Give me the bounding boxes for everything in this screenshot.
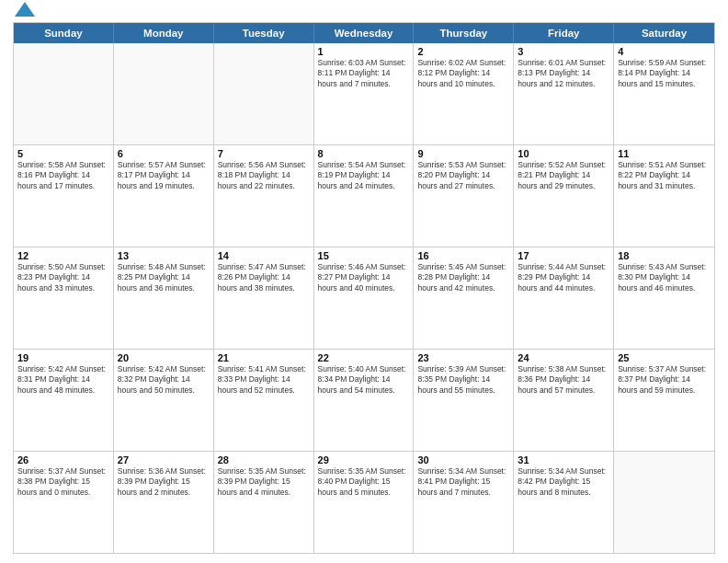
day-cell-20: 20Sunrise: 5:42 AM Sunset: 8:32 PM Dayli… bbox=[114, 350, 214, 451]
day-number: 18 bbox=[618, 250, 711, 261]
weekday-header-tuesday: Tuesday bbox=[214, 23, 314, 43]
weekday-header-saturday: Saturday bbox=[614, 23, 714, 43]
day-number: 23 bbox=[417, 352, 509, 363]
day-number: 13 bbox=[118, 250, 210, 261]
day-cell-7: 7Sunrise: 5:56 AM Sunset: 8:18 PM Daylig… bbox=[214, 145, 314, 247]
weekday-header-thursday: Thursday bbox=[414, 23, 514, 43]
day-info: Sunrise: 6:02 AM Sunset: 8:12 PM Dayligh… bbox=[417, 58, 509, 89]
day-number: 22 bbox=[318, 352, 410, 363]
day-info: Sunrise: 5:40 AM Sunset: 8:34 PM Dayligh… bbox=[318, 364, 410, 396]
day-cell-8: 8Sunrise: 5:54 AM Sunset: 8:19 PM Daylig… bbox=[314, 145, 415, 247]
logo-icon bbox=[15, 2, 35, 17]
day-cell-10: 10Sunrise: 5:52 AM Sunset: 8:21 PM Dayli… bbox=[514, 145, 614, 247]
day-cell-19: 19Sunrise: 5:42 AM Sunset: 8:31 PM Dayli… bbox=[14, 350, 114, 451]
day-cell-21: 21Sunrise: 5:41 AM Sunset: 8:33 PM Dayli… bbox=[214, 350, 314, 451]
day-cell-15: 15Sunrise: 5:46 AM Sunset: 8:27 PM Dayli… bbox=[314, 247, 415, 349]
day-info: Sunrise: 5:34 AM Sunset: 8:42 PM Dayligh… bbox=[518, 466, 609, 498]
empty-cell bbox=[214, 43, 314, 144]
day-cell-18: 18Sunrise: 5:43 AM Sunset: 8:30 PM Dayli… bbox=[614, 247, 714, 349]
day-info: Sunrise: 5:54 AM Sunset: 8:19 PM Dayligh… bbox=[318, 160, 410, 191]
day-info: Sunrise: 5:46 AM Sunset: 8:27 PM Dayligh… bbox=[318, 262, 410, 293]
day-cell-24: 24Sunrise: 5:38 AM Sunset: 8:36 PM Dayli… bbox=[514, 350, 614, 451]
day-info: Sunrise: 5:42 AM Sunset: 8:32 PM Dayligh… bbox=[118, 364, 210, 396]
day-number: 28 bbox=[218, 454, 310, 465]
day-cell-26: 26Sunrise: 5:37 AM Sunset: 8:38 PM Dayli… bbox=[14, 452, 114, 553]
day-number: 7 bbox=[218, 148, 310, 159]
day-cell-12: 12Sunrise: 5:50 AM Sunset: 8:23 PM Dayli… bbox=[14, 247, 114, 349]
day-info: Sunrise: 5:35 AM Sunset: 8:40 PM Dayligh… bbox=[318, 466, 410, 498]
empty-cell bbox=[14, 43, 114, 144]
day-info: Sunrise: 5:37 AM Sunset: 8:38 PM Dayligh… bbox=[17, 466, 109, 498]
page: SundayMondayTuesdayWednesdayThursdayFrid… bbox=[0, 0, 728, 563]
empty-cell bbox=[114, 43, 214, 144]
day-number: 8 bbox=[318, 148, 410, 159]
day-number: 2 bbox=[417, 46, 509, 57]
day-number: 6 bbox=[118, 148, 210, 159]
calendar-body: 1Sunrise: 6:03 AM Sunset: 8:11 PM Daylig… bbox=[14, 43, 714, 553]
day-cell-1: 1Sunrise: 6:03 AM Sunset: 8:11 PM Daylig… bbox=[314, 43, 415, 144]
day-number: 27 bbox=[118, 454, 210, 465]
day-number: 21 bbox=[218, 352, 310, 363]
day-cell-5: 5Sunrise: 5:58 AM Sunset: 8:16 PM Daylig… bbox=[14, 145, 114, 247]
day-info: Sunrise: 5:39 AM Sunset: 8:35 PM Dayligh… bbox=[417, 364, 509, 396]
day-number: 1 bbox=[318, 46, 410, 57]
empty-cell bbox=[614, 452, 714, 553]
day-number: 5 bbox=[17, 148, 109, 159]
calendar-header: SundayMondayTuesdayWednesdayThursdayFrid… bbox=[14, 23, 714, 43]
calendar-row-2: 12Sunrise: 5:50 AM Sunset: 8:23 PM Dayli… bbox=[14, 247, 714, 350]
day-info: Sunrise: 5:56 AM Sunset: 8:18 PM Dayligh… bbox=[218, 160, 310, 191]
day-info: Sunrise: 5:38 AM Sunset: 8:36 PM Dayligh… bbox=[518, 364, 609, 396]
day-info: Sunrise: 5:57 AM Sunset: 8:17 PM Dayligh… bbox=[118, 160, 210, 191]
day-info: Sunrise: 5:50 AM Sunset: 8:23 PM Dayligh… bbox=[17, 262, 109, 293]
svg-marker-0 bbox=[15, 2, 35, 17]
day-number: 4 bbox=[618, 46, 711, 57]
weekday-header-friday: Friday bbox=[514, 23, 614, 43]
day-number: 15 bbox=[318, 250, 410, 261]
day-number: 14 bbox=[218, 250, 310, 261]
day-cell-23: 23Sunrise: 5:39 AM Sunset: 8:35 PM Dayli… bbox=[414, 350, 514, 451]
day-cell-17: 17Sunrise: 5:44 AM Sunset: 8:29 PM Dayli… bbox=[514, 247, 614, 349]
day-cell-3: 3Sunrise: 6:01 AM Sunset: 8:13 PM Daylig… bbox=[514, 43, 614, 144]
day-info: Sunrise: 5:42 AM Sunset: 8:31 PM Dayligh… bbox=[17, 364, 109, 396]
day-cell-28: 28Sunrise: 5:35 AM Sunset: 8:39 PM Dayli… bbox=[214, 452, 314, 553]
day-info: Sunrise: 5:48 AM Sunset: 8:25 PM Dayligh… bbox=[118, 262, 210, 293]
day-info: Sunrise: 5:52 AM Sunset: 8:21 PM Dayligh… bbox=[518, 160, 609, 191]
calendar-row-3: 19Sunrise: 5:42 AM Sunset: 8:31 PM Dayli… bbox=[14, 350, 714, 452]
day-info: Sunrise: 6:01 AM Sunset: 8:13 PM Dayligh… bbox=[518, 58, 609, 89]
day-number: 26 bbox=[17, 454, 109, 465]
day-info: Sunrise: 5:34 AM Sunset: 8:41 PM Dayligh… bbox=[417, 466, 509, 498]
day-number: 17 bbox=[518, 250, 609, 261]
day-number: 29 bbox=[318, 454, 410, 465]
day-number: 25 bbox=[618, 352, 711, 363]
day-cell-29: 29Sunrise: 5:35 AM Sunset: 8:40 PM Dayli… bbox=[314, 452, 415, 553]
day-cell-6: 6Sunrise: 5:57 AM Sunset: 8:17 PM Daylig… bbox=[114, 145, 214, 247]
day-number: 30 bbox=[417, 454, 509, 465]
day-number: 20 bbox=[118, 352, 210, 363]
day-cell-22: 22Sunrise: 5:40 AM Sunset: 8:34 PM Dayli… bbox=[314, 350, 415, 451]
day-number: 9 bbox=[417, 148, 509, 159]
day-info: Sunrise: 5:36 AM Sunset: 8:39 PM Dayligh… bbox=[118, 466, 210, 498]
day-number: 10 bbox=[518, 148, 609, 159]
calendar-row-4: 26Sunrise: 5:37 AM Sunset: 8:38 PM Dayli… bbox=[14, 452, 714, 553]
day-info: Sunrise: 6:03 AM Sunset: 8:11 PM Dayligh… bbox=[318, 58, 410, 89]
day-cell-31: 31Sunrise: 5:34 AM Sunset: 8:42 PM Dayli… bbox=[514, 452, 614, 553]
day-info: Sunrise: 5:45 AM Sunset: 8:28 PM Dayligh… bbox=[417, 262, 509, 293]
day-info: Sunrise: 5:43 AM Sunset: 8:30 PM Dayligh… bbox=[618, 262, 711, 293]
day-number: 31 bbox=[518, 454, 609, 465]
day-cell-2: 2Sunrise: 6:02 AM Sunset: 8:12 PM Daylig… bbox=[414, 43, 514, 144]
day-cell-27: 27Sunrise: 5:36 AM Sunset: 8:39 PM Dayli… bbox=[114, 452, 214, 553]
calendar-row-0: 1Sunrise: 6:03 AM Sunset: 8:11 PM Daylig… bbox=[14, 43, 714, 145]
day-info: Sunrise: 5:35 AM Sunset: 8:39 PM Dayligh… bbox=[218, 466, 310, 498]
day-number: 3 bbox=[518, 46, 609, 57]
day-info: Sunrise: 5:51 AM Sunset: 8:22 PM Dayligh… bbox=[618, 160, 711, 191]
weekday-header-monday: Monday bbox=[114, 23, 214, 43]
weekday-header-sunday: Sunday bbox=[14, 23, 114, 43]
day-cell-14: 14Sunrise: 5:47 AM Sunset: 8:26 PM Dayli… bbox=[214, 247, 314, 349]
day-number: 11 bbox=[618, 148, 711, 159]
day-info: Sunrise: 5:44 AM Sunset: 8:29 PM Dayligh… bbox=[518, 262, 609, 293]
day-info: Sunrise: 5:47 AM Sunset: 8:26 PM Dayligh… bbox=[218, 262, 310, 293]
day-cell-4: 4Sunrise: 5:59 AM Sunset: 8:14 PM Daylig… bbox=[614, 43, 714, 144]
day-cell-30: 30Sunrise: 5:34 AM Sunset: 8:41 PM Dayli… bbox=[414, 452, 514, 553]
weekday-header-wednesday: Wednesday bbox=[314, 23, 415, 43]
calendar: SundayMondayTuesdayWednesdayThursdayFrid… bbox=[13, 22, 715, 554]
